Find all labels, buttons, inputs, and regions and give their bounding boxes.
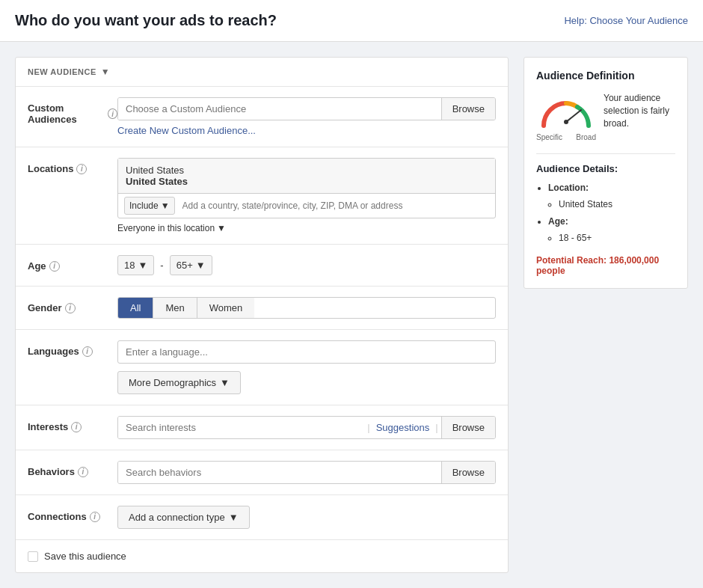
connections-label: Connections i [28, 506, 117, 522]
gauge-visual: Specific Broad [536, 92, 596, 141]
potential-reach-label: Potential Reach: [536, 255, 607, 266]
age-control: 18 ▼ - 65+ ▼ [117, 255, 496, 275]
more-demographics-button[interactable]: More Demographics ▼ [117, 371, 241, 394]
new-audience-label: NEW AUDIENCE [28, 67, 96, 76]
interests-divider: | [364, 422, 372, 433]
everyone-arrow: ▼ [217, 223, 226, 233]
gender-section: Gender i All Men Women [16, 287, 508, 330]
create-custom-audience-link[interactable]: Create New Custom Audience... [117, 125, 496, 136]
connections-info-icon[interactable]: i [90, 512, 100, 522]
behaviors-browse-button[interactable]: Browse [441, 462, 495, 483]
gauge-text: Your audience selection is fairly broad. [604, 92, 675, 129]
location-country-line2: United States [126, 176, 488, 187]
custom-audiences-row: Custom Audiences i Browse Create New Cus… [28, 97, 496, 136]
custom-audiences-input[interactable] [118, 98, 441, 120]
age-row: Age i 18 ▼ - 65+ ▼ [28, 255, 496, 275]
locations-section: Locations i United States United States … [16, 147, 508, 245]
interests-info-icon[interactable]: i [71, 422, 82, 432]
include-label: Include [129, 200, 159, 211]
everyone-dropdown[interactable]: Everyone in this location ▼ [117, 223, 496, 233]
location-country-line1: United States [126, 165, 488, 176]
detail-location: Location: United States [548, 180, 675, 212]
languages-control: More Demographics ▼ [117, 340, 496, 394]
location-box: United States United States Include ▼ [117, 158, 496, 218]
svg-point-1 [564, 120, 568, 124]
behaviors-section: Behaviors i Browse [16, 450, 508, 495]
detail-age-values: 18 - 65+ [548, 230, 675, 247]
new-audience-bar: NEW AUDIENCE ▼ [16, 58, 508, 87]
gender-men-button[interactable]: Men [153, 298, 197, 318]
include-arrow: ▼ [161, 200, 170, 211]
gender-control: All Men Women [117, 297, 496, 319]
age-from-arrow: ▼ [138, 260, 147, 271]
detail-location-value: United States [559, 197, 675, 213]
custom-audiences-input-group: Browse [117, 97, 496, 120]
age-section: Age i 18 ▼ - 65+ ▼ [16, 245, 508, 287]
interests-input[interactable] [118, 417, 364, 438]
languages-row: Languages i More Demographics ▼ [28, 340, 496, 394]
behaviors-input-group: Browse [117, 461, 496, 484]
connections-section: Connections i Add a connection type ▼ [16, 495, 508, 540]
custom-audiences-control: Browse Create New Custom Audience... [117, 97, 496, 136]
age-from-select[interactable]: 18 ▼ [117, 255, 154, 275]
detail-location-key: Location: [548, 183, 589, 193]
detail-age-value: 18 - 65+ [559, 230, 675, 247]
languages-input[interactable] [117, 340, 496, 364]
gauge-labels: Specific Broad [536, 133, 596, 141]
locations-row: Locations i United States United States … [28, 158, 496, 233]
more-demographics-arrow: ▼ [220, 377, 230, 388]
age-from-value: 18 [124, 260, 135, 271]
page-title: Who do you want your ads to reach? [15, 12, 277, 29]
save-audience-checkbox[interactable] [28, 551, 38, 562]
location-input-row: Include ▼ [118, 194, 495, 218]
custom-audiences-section: Custom Audiences i Browse Create New Cus… [16, 87, 508, 147]
suggestions-link[interactable]: Suggestions [373, 422, 433, 433]
left-panel: NEW AUDIENCE ▼ Custom Audiences i Browse… [15, 57, 509, 573]
gender-info-icon[interactable]: i [65, 303, 76, 313]
interests-browse-button[interactable]: Browse [441, 417, 495, 438]
age-dash: - [160, 260, 163, 271]
behaviors-info-icon[interactable]: i [78, 467, 88, 477]
age-info-icon[interactable]: i [49, 261, 60, 272]
interests-label: Interests i [28, 416, 117, 432]
connection-arrow: ▼ [229, 512, 239, 523]
locations-control: United States United States Include ▼ [117, 158, 496, 233]
gender-all-button[interactable]: All [118, 298, 153, 318]
broad-label: Broad [576, 133, 596, 141]
detail-age: Age: 18 - 65+ [548, 214, 675, 246]
everyone-label: Everyone in this location [117, 223, 215, 233]
include-select[interactable]: Include ▼ [124, 197, 175, 215]
add-connection-type-button[interactable]: Add a connection type ▼ [117, 506, 250, 529]
save-audience-row: Save this audience [16, 540, 508, 572]
behaviors-input[interactable] [118, 462, 441, 483]
locations-label: Locations i [28, 158, 117, 174]
interests-input-group: | Suggestions | Browse [117, 416, 496, 439]
connections-control: Add a connection type ▼ [117, 506, 496, 529]
more-demographics-label: More Demographics [129, 377, 216, 388]
languages-section: Languages i More Demographics ▼ [16, 330, 508, 405]
location-search-input[interactable] [179, 197, 489, 214]
languages-info-icon[interactable]: i [82, 346, 93, 357]
divider [536, 153, 675, 154]
behaviors-label: Behaviors i [28, 461, 117, 477]
custom-audiences-info-icon[interactable]: i [108, 108, 117, 119]
page-body: NEW AUDIENCE ▼ Custom Audiences i Browse… [0, 42, 703, 588]
help-link[interactable]: Help: Choose Your Audience [564, 15, 688, 26]
gender-label: Gender i [28, 297, 117, 313]
locations-info-icon[interactable]: i [76, 164, 87, 174]
potential-reach: Potential Reach: 186,000,000 people [536, 255, 675, 276]
gender-women-button[interactable]: Women [197, 298, 255, 318]
audience-details-title: Audience Details: [536, 163, 675, 174]
interests-control: | Suggestions | Browse [117, 416, 496, 439]
age-to-value: 65+ [176, 260, 193, 271]
specific-label: Specific [536, 133, 562, 141]
detail-age-key: Age: [548, 216, 568, 227]
audience-definition-card: Audience Definition [524, 57, 688, 289]
age-to-select[interactable]: 65+ ▼ [170, 255, 212, 275]
new-audience-dropdown[interactable]: ▼ [101, 67, 110, 77]
custom-audiences-browse-button[interactable]: Browse [441, 98, 495, 120]
svg-line-0 [566, 110, 581, 122]
gender-button-group: All Men Women [117, 297, 496, 319]
behaviors-row: Behaviors i Browse [28, 461, 496, 484]
behaviors-control: Browse [117, 461, 496, 484]
